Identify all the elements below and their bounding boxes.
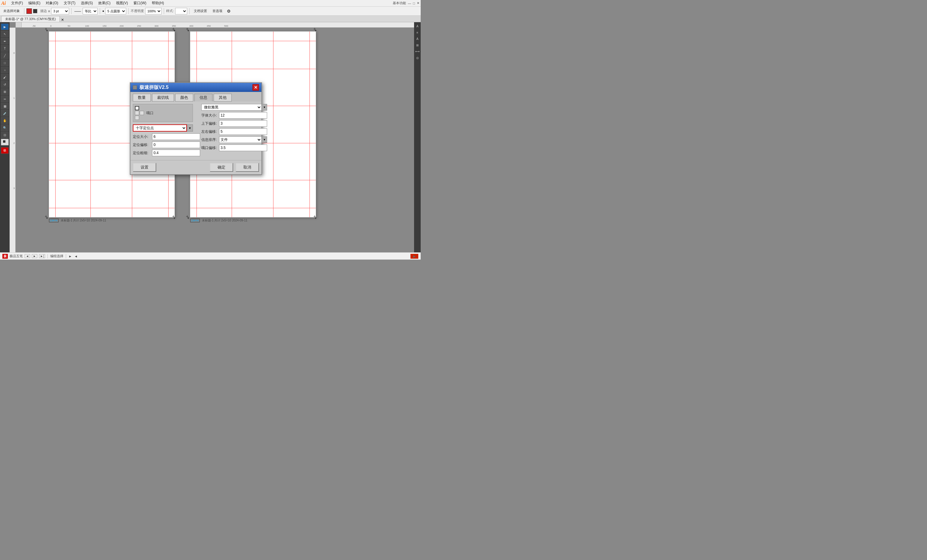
status-arrow-2[interactable]: ◄ — [74, 255, 78, 258]
position-select[interactable]: 十字定位点 — [133, 124, 187, 132]
right-btn-4[interactable]: ⊞ — [415, 42, 420, 48]
stroke-width-icon: ≡ — [48, 9, 50, 13]
right-btn-2[interactable]: ≡ — [415, 30, 420, 35]
position-select-arrow[interactable]: ▼ — [187, 124, 193, 132]
status-left: 极 极品五笔 ◄ ► ►| — [2, 254, 45, 259]
stroke-size-select[interactable]: 3 pt — [51, 8, 69, 14]
font-select-arrow[interactable]: ▼ — [262, 104, 267, 111]
menu-help[interactable]: 帮助(H) — [149, 0, 166, 6]
extra-icon[interactable]: ⚙ — [227, 9, 231, 14]
main-tab[interactable]: 未标题-1* @ 77.33% (CMYK/预览) — [1, 16, 60, 22]
maximize-icon[interactable]: □ — [413, 2, 415, 5]
left-right-offset-row: 左右偏移: — [201, 128, 267, 135]
right-btn-6[interactable]: ◎ — [415, 55, 420, 61]
line-tool[interactable]: ╱ — [1, 52, 9, 59]
toolbar-sep-1 — [24, 8, 24, 14]
align-squares — [135, 106, 144, 120]
fill-stroke[interactable] — [1, 139, 9, 146]
status-btn-1[interactable]: ◄ — [24, 254, 30, 258]
info-order-select[interactable]: 文件 — [219, 137, 262, 143]
artboard-1-cmyk: CMYK — [49, 219, 59, 222]
select-tool[interactable]: ▶ — [1, 23, 9, 30]
right-btn-3[interactable]: A — [415, 36, 420, 41]
position-coarse-input[interactable] — [152, 150, 200, 156]
cancel-btn[interactable]: 取消 — [236, 163, 259, 172]
position-coarse-row: 定位粗细: — [133, 150, 193, 156]
tab-info[interactable]: 信息 — [195, 94, 213, 102]
position-size-label: 定位大小: — [133, 134, 151, 140]
rotate-tool[interactable]: ↺ — [1, 81, 9, 88]
artboard-2-info: 共计:2x5=10 — [214, 219, 231, 222]
fill-color-icon[interactable] — [33, 9, 37, 13]
point-shape-select[interactable]: 5 点圆形 — [105, 8, 126, 14]
tab-cutline[interactable]: 裁切线 — [152, 94, 174, 102]
preferences-btn[interactable]: 首选项 — [210, 8, 225, 14]
align-sq-mm[interactable] — [140, 111, 144, 115]
toolbar-sep-4 — [128, 8, 129, 14]
ruler-horizontal: -50 0 50 100 150 200 250 300 350 400 450… — [16, 22, 414, 27]
no-select-label: 未选择对象 — [1, 8, 22, 14]
pen-tool[interactable]: ✒ — [1, 38, 9, 44]
font-select[interactable]: 微软雅黑 — [201, 104, 262, 111]
describe-label: 描边 — [40, 9, 47, 13]
menu-select[interactable]: 选择(S) — [78, 0, 95, 6]
tab-close-btn[interactable]: ✕ — [61, 18, 64, 22]
right-btn-1[interactable]: A — [415, 23, 420, 29]
dialog-close-btn[interactable]: ✕ — [252, 84, 259, 91]
tab-quantity[interactable]: 数量 — [133, 94, 151, 102]
dialog-title-bar[interactable]: 极速拼版V2.5 ✕ — [131, 83, 261, 92]
hand-tool[interactable]: ✋ — [1, 117, 9, 124]
opacity-select[interactable]: 100% — [145, 8, 162, 14]
style-select[interactable] — [175, 8, 187, 14]
zoom-tool[interactable]: 🔍 — [1, 124, 9, 131]
stroke-color-icon[interactable] — [26, 8, 32, 14]
gradient-tool[interactable]: ▦ — [1, 103, 9, 109]
ok-btn[interactable]: 确定 — [210, 163, 233, 172]
menu-edit[interactable]: 编辑(E) — [26, 0, 43, 6]
menu-window[interactable]: 窗口(W) — [131, 0, 149, 6]
crosshair-br: + — [173, 216, 178, 220]
menu-object[interactable]: 对象(O) — [43, 0, 61, 6]
direct-select-tool[interactable]: ↖ — [1, 30, 9, 37]
menu-effect[interactable]: 效果(C) — [96, 0, 113, 6]
menu-text[interactable]: 文字(T) — [61, 0, 78, 6]
align-sq-tl[interactable] — [135, 106, 139, 110]
blend-tool[interactable]: ∞ — [1, 96, 9, 102]
status-plugin-icon[interactable]: 极 — [2, 254, 8, 259]
font-size-input[interactable] — [219, 112, 267, 119]
rect-tool[interactable]: □ — [1, 59, 9, 66]
align-sq-bl[interactable] — [135, 116, 139, 120]
minimize-icon[interactable]: — — [408, 2, 411, 5]
info-order-arrow[interactable]: ▼ — [262, 137, 267, 143]
eyedropper-tool[interactable]: 💉 — [1, 110, 9, 117]
top-bottom-offset-input[interactable] — [219, 120, 267, 127]
scale-tool[interactable]: ⊞ — [1, 88, 9, 95]
doc-settings-btn[interactable]: 文档设置 — [192, 8, 209, 14]
menu-view[interactable]: 视图(V) — [114, 0, 131, 6]
status-btn-2[interactable]: ► — [32, 254, 37, 258]
close-icon[interactable]: ✕ — [417, 1, 419, 5]
type-tool[interactable]: T — [1, 45, 9, 52]
align-row-1 — [135, 106, 144, 110]
tab-other[interactable]: 其他 — [214, 94, 232, 102]
artboard-2-label: CMYK 未标题-1 共计:2x5=10 2024-09-11 — [190, 219, 247, 223]
ellipse-tool[interactable]: ○ — [1, 67, 9, 73]
artboard-tool[interactable]: ⊡ — [1, 132, 9, 138]
right-btn-5[interactable]: ⟷ — [415, 49, 420, 54]
status-scroll-right[interactable]: ► — [410, 254, 418, 259]
plugin-btn[interactable]: 极 — [1, 147, 9, 154]
menu-file[interactable]: 文件(F) — [9, 0, 25, 6]
brush-tool[interactable]: 🖌 — [1, 74, 9, 80]
status-arrow-1[interactable]: ► — [68, 255, 72, 258]
settings-btn[interactable]: 设置 — [133, 163, 156, 172]
left-right-offset-input[interactable] — [219, 128, 267, 135]
align-sq-ml[interactable] — [135, 111, 139, 115]
notch-offset-input[interactable] — [219, 144, 267, 151]
status-btn-3[interactable]: ►| — [39, 254, 46, 258]
stroke-type-select[interactable]: 等比 — [83, 8, 98, 14]
tab-color[interactable]: 颜色 — [175, 94, 193, 102]
dialog: 极速拼版V2.5 ✕ 数量 裁切线 颜色 信息 其他 — [130, 82, 262, 175]
position-size-input[interactable] — [152, 134, 200, 140]
position-offset-input[interactable] — [152, 141, 200, 148]
canvas-area[interactable]: -50 0 50 100 150 200 250 300 350 400 450… — [10, 22, 414, 252]
